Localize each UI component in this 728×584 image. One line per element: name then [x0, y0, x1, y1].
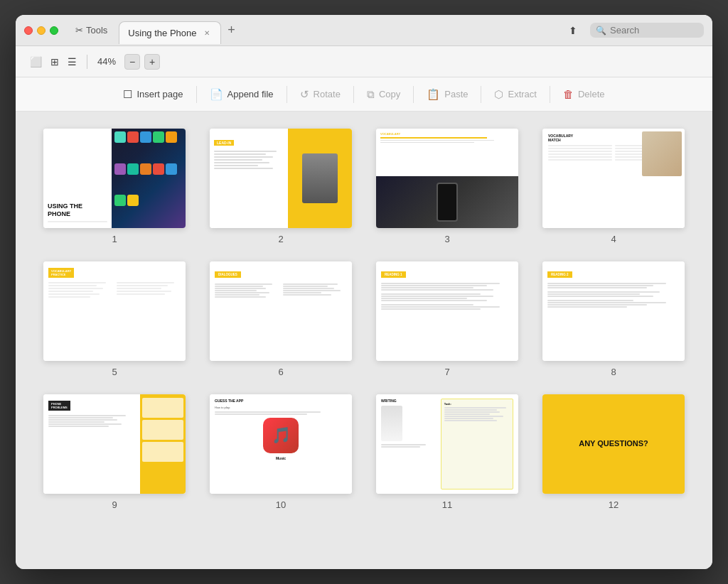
p6-lb6: [283, 294, 331, 296]
p8-l4: [547, 291, 660, 293]
p8-label: READING 2: [551, 273, 569, 276]
extract-button[interactable]: ⬡ Extract: [484, 80, 546, 109]
p7-l4: [381, 289, 493, 291]
page-thumb-2[interactable]: LEAD-IN: [210, 129, 352, 228]
page-item-11[interactable]: WRITING Task:: [371, 394, 523, 510]
page-thumb-7[interactable]: READING 1: [376, 261, 518, 361]
page-thumb-6[interactable]: DIALOGUES: [210, 261, 352, 361]
sidebar-icon: ⬜: [30, 56, 42, 67]
toolbar2-left: ⬜ ⊞ ☰ 44% − +: [27, 52, 160, 72]
separator-1: [87, 55, 87, 69]
share-icon: ⬆: [569, 25, 577, 36]
p5-l1: [48, 282, 106, 283]
p2-line-7: [214, 168, 273, 169]
p7-l1: [381, 283, 500, 284]
p9-l6: [48, 426, 109, 427]
page-thumb-10[interactable]: GUESS THE APP How to play: 🎵 Music: [210, 394, 352, 494]
p5-l10: [117, 291, 171, 292]
app-icon-9: [153, 163, 164, 175]
music-note-icon: 🎵: [272, 426, 291, 445]
rotate-button[interactable]: ↺ Rotate: [290, 80, 350, 109]
page-item-7[interactable]: READING 1: [371, 261, 523, 377]
page-thumb-3[interactable]: VOCABULARY: [376, 129, 518, 228]
p2-yellow: [288, 129, 352, 228]
append-file-button[interactable]: 📄 Append file: [200, 80, 284, 109]
p4-item-5: [548, 156, 612, 158]
app-icon-4: [153, 131, 164, 143]
insert-page-button[interactable]: ☐ Insert page: [113, 80, 193, 109]
app-icon-8: [140, 163, 151, 175]
p2-left: LEAD-IN: [210, 129, 292, 228]
p8-l5: [547, 293, 640, 295]
p9-l2: [48, 417, 113, 418]
page-item-9[interactable]: PHONEPROBLEMS: [38, 394, 191, 510]
page-item-3[interactable]: VOCABULARY: [371, 129, 523, 244]
page-thumb-12[interactable]: ANY QUESTIONS?: [542, 394, 685, 494]
p3-bar: [380, 137, 487, 139]
maximize-button[interactable]: [50, 26, 58, 35]
p6-la4: [215, 290, 257, 291]
page-num-8: 8: [611, 367, 616, 377]
page-thumb-8[interactable]: READING 2: [542, 261, 685, 361]
zoom-in-button[interactable]: +: [144, 54, 160, 70]
page-thumb-4[interactable]: VOCABULARYMATCH: [542, 129, 685, 228]
share-button[interactable]: ⬆: [562, 21, 584, 40]
p7-label: READING 1: [385, 273, 402, 276]
delete-icon: 🗑: [563, 88, 574, 100]
tools-menu[interactable]: ✂ Tools: [70, 22, 113, 38]
toolbar3-sep6: [550, 86, 550, 103]
delete-button[interactable]: 🗑 Delete: [553, 80, 615, 109]
grid-icon: ⊞: [50, 56, 59, 67]
sidebar-toggle-button[interactable]: ⬜: [27, 52, 45, 72]
page-item-12[interactable]: ANY QUESTIONS? 12: [537, 394, 690, 510]
search-input[interactable]: [610, 25, 695, 36]
app-icon-1: [114, 131, 126, 143]
copy-button[interactable]: ⧉ Copy: [357, 80, 410, 109]
app-icon-5: [166, 131, 177, 143]
append-file-label: Append file: [228, 89, 274, 99]
tab-label: Using the Phone: [128, 28, 196, 38]
scissors-icon: ✂: [75, 25, 83, 36]
page-item-2[interactable]: LEAD-IN: [205, 129, 357, 244]
page-content-6: DIALOGUES: [210, 261, 352, 361]
p8-l10: [547, 306, 627, 308]
p9-box1: [142, 398, 183, 418]
p5-col-1: [48, 282, 112, 299]
p11-rl4: [444, 413, 491, 415]
page-item-6[interactable]: DIALOGUES: [205, 261, 357, 377]
minimize-button[interactable]: [37, 26, 46, 35]
tab-using-the-phone[interactable]: Using the Phone ✕: [119, 21, 221, 44]
page-item-10[interactable]: GUESS THE APP How to play: 🎵 Music 10: [205, 394, 357, 510]
page-thumb-9[interactable]: PHONEPROBLEMS: [43, 394, 186, 494]
p1-line: [48, 221, 107, 222]
p1-right: [112, 129, 186, 228]
page-item-4[interactable]: VOCABULARYMATCH: [537, 129, 690, 244]
list-view-button[interactable]: ☰: [65, 52, 80, 72]
page-item-8[interactable]: READING 2: [537, 261, 690, 377]
tab-close-button[interactable]: ✕: [202, 28, 212, 38]
page-item-5[interactable]: VOCABULARYPRACTICE: [38, 261, 191, 377]
close-button[interactable]: [24, 26, 33, 35]
p8-yellow-bar: READING 2: [547, 271, 572, 278]
p10-music-icon: 🎵: [263, 418, 299, 453]
p5-l9: [117, 288, 161, 289]
page-content-2: LEAD-IN: [210, 129, 352, 228]
thumbnail-view-button[interactable]: ⊞: [48, 52, 62, 72]
paste-button[interactable]: 📋 Paste: [417, 80, 478, 109]
p8-l7: [547, 300, 633, 301]
p6-la6: [215, 294, 259, 296]
page-item-1[interactable]: USING THEPHONE: [38, 129, 191, 244]
append-file-icon: 📄: [210, 88, 223, 101]
p5-l6: [48, 296, 90, 298]
p11-task-label: Task:: [444, 402, 510, 406]
copy-icon: ⧉: [367, 88, 375, 101]
page-thumb-5[interactable]: VOCABULARYPRACTICE: [43, 261, 186, 361]
p7-l7: [381, 298, 467, 299]
p6-la3: [215, 288, 266, 289]
page-thumb-1[interactable]: USING THEPHONE: [43, 129, 186, 228]
page-thumb-11[interactable]: WRITING Task:: [376, 394, 518, 494]
p4-img: [642, 131, 682, 176]
search-box[interactable]: 🔍: [590, 23, 704, 38]
zoom-out-button[interactable]: −: [124, 54, 140, 70]
new-tab-button[interactable]: +: [221, 21, 241, 40]
